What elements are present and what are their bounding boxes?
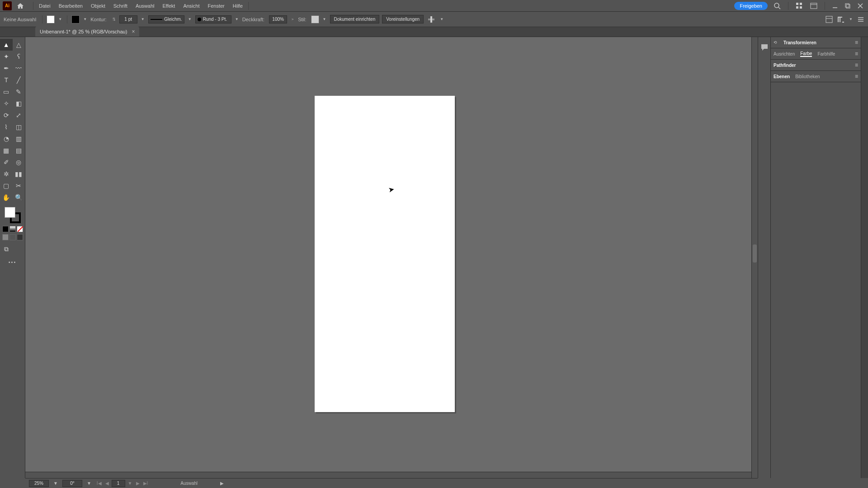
slice-tool[interactable]: ✂: [13, 180, 25, 192]
menu-objekt[interactable]: Objekt: [87, 0, 109, 12]
eyedropper-tool[interactable]: ✐: [0, 156, 13, 168]
window-minimize[interactable]: [831, 2, 839, 10]
gradient-tool[interactable]: ▤: [13, 145, 25, 156]
edit-toolbar-button[interactable]: •••: [9, 259, 17, 265]
magic-wand-tool[interactable]: ✦: [0, 51, 13, 62]
align-to-dropdown[interactable]: ▼: [439, 15, 444, 23]
zoom-dropdown[interactable]: ▼: [53, 481, 58, 486]
panel-menu-button[interactable]: [857, 16, 864, 23]
screen-mode-full[interactable]: [9, 234, 16, 240]
fill-dropdown[interactable]: ▼: [57, 15, 63, 23]
artboard-next[interactable]: ▶: [135, 481, 141, 486]
fill-color-box[interactable]: [5, 207, 15, 218]
menu-datei[interactable]: Datei: [35, 0, 55, 12]
menu-ansicht[interactable]: Ansicht: [179, 0, 203, 12]
menu-fenster[interactable]: Fenster: [203, 0, 228, 12]
search-button[interactable]: [772, 1, 782, 11]
workspace-switcher[interactable]: [794, 1, 804, 11]
lasso-tool[interactable]: ʕ: [13, 51, 25, 62]
comments-panel-icon[interactable]: [760, 43, 769, 52]
artboard-tool[interactable]: ▢: [0, 180, 13, 192]
brush-definition[interactable]: Rund - 3 Pt.: [195, 15, 231, 23]
zoom-tool[interactable]: 🔍: [13, 192, 25, 203]
color-mode-gradient[interactable]: [9, 226, 16, 232]
home-button[interactable]: [15, 1, 25, 11]
menu-auswahl[interactable]: Auswahl: [132, 0, 159, 12]
vertical-scrollbar[interactable]: [751, 37, 758, 478]
selection-tool[interactable]: ▲: [0, 39, 13, 51]
scale-tool[interactable]: ⤢: [13, 109, 25, 121]
screen-mode-present[interactable]: [17, 234, 23, 240]
document-setup-button[interactable]: Dokument einrichten: [330, 15, 380, 23]
artboard[interactable]: [315, 96, 455, 412]
rotate-tool[interactable]: ⟳: [0, 109, 13, 121]
panel-tab-libraries[interactable]: Bibliotheken: [795, 74, 820, 79]
stroke-weight-stepper[interactable]: ⮁: [111, 15, 117, 23]
column-graph-tool[interactable]: ▮▮: [13, 168, 25, 180]
style-dropdown[interactable]: ▼: [322, 15, 327, 23]
fill-swatch[interactable]: [47, 15, 55, 23]
stroke-dropdown[interactable]: ▼: [82, 15, 88, 23]
free-transform-tool[interactable]: ◫: [13, 121, 25, 133]
artboard-prev[interactable]: ◀: [104, 481, 110, 486]
panel-menu[interactable]: ≡: [855, 39, 858, 46]
link-icon[interactable]: ⟲: [774, 40, 777, 45]
symbol-sprayer-tool[interactable]: ✲: [0, 168, 13, 180]
stroke-profile-uniform[interactable]: Gleichm.: [148, 15, 184, 23]
menu-bearbeiten[interactable]: Bearbeiten: [55, 0, 87, 12]
essentials-icon[interactable]: [826, 16, 833, 23]
line-tool[interactable]: ╱: [13, 74, 25, 86]
change-screen-mode[interactable]: ⧉: [0, 243, 13, 255]
style-swatch[interactable]: [311, 15, 319, 23]
width-tool[interactable]: ⌇: [0, 121, 13, 133]
stroke-weight-input[interactable]: [119, 15, 137, 23]
curvature-tool[interactable]: 〰: [13, 62, 25, 74]
perspective-tool[interactable]: ▥: [13, 133, 25, 145]
hand-tool[interactable]: ✋: [0, 192, 13, 203]
canvas[interactable]: ➤: [25, 37, 758, 478]
artboard-last[interactable]: ▶I: [142, 481, 149, 486]
panel-tab-pathfinder[interactable]: Pathfinder: [774, 63, 796, 68]
paintbrush-tool[interactable]: ✎: [13, 86, 25, 98]
horizontal-scrollbar[interactable]: [25, 472, 751, 478]
window-maximize[interactable]: [844, 2, 852, 10]
artboard-number-input[interactable]: [112, 480, 125, 487]
isolation-button[interactable]: [836, 16, 844, 23]
rotation-input[interactable]: [62, 480, 82, 487]
panel-tab-align[interactable]: Ausrichten: [774, 52, 795, 56]
panel-tab-color[interactable]: Farbe: [800, 51, 812, 57]
color-mode-solid[interactable]: [2, 226, 9, 232]
collapse-strip[interactable]: [861, 37, 868, 478]
menu-hilfe[interactable]: Hilfe: [229, 0, 247, 12]
zoom-level-input[interactable]: [29, 480, 49, 487]
shape-builder-tool[interactable]: ◔: [0, 133, 13, 145]
share-button[interactable]: Freigeben: [734, 2, 768, 10]
document-tab[interactable]: Unbenannt-1* @ 25 % (RGB/Vorschau) ×: [35, 27, 139, 37]
para-dropdown[interactable]: ▼: [848, 15, 854, 23]
mesh-tool[interactable]: ▦: [0, 145, 13, 156]
stroke-swatch[interactable]: [71, 15, 80, 23]
rectangle-tool[interactable]: ▭: [0, 86, 13, 98]
window-close[interactable]: [856, 2, 864, 10]
direct-selection-tool[interactable]: △: [13, 39, 25, 51]
blend-tool[interactable]: ◎: [13, 156, 25, 168]
panel-menu[interactable]: ≡: [855, 51, 858, 57]
vertical-scrollbar-thumb[interactable]: [753, 244, 757, 263]
menu-effekt[interactable]: Effekt: [158, 0, 179, 12]
stroke-profile-uniform-dropdown[interactable]: ▼: [187, 15, 193, 23]
document-tab-close[interactable]: ×: [132, 28, 135, 35]
panel-menu[interactable]: ≡: [855, 62, 858, 68]
preferences-button[interactable]: Voreinstellungen: [382, 15, 424, 23]
opacity-dropdown[interactable]: >: [290, 15, 295, 23]
artboard-dropdown[interactable]: ▼: [127, 481, 133, 486]
stroke-weight-dropdown[interactable]: ▼: [140, 15, 146, 23]
screen-mode-normal[interactable]: [2, 234, 9, 240]
arrange-documents[interactable]: [809, 1, 819, 11]
artboard-first[interactable]: I◀: [96, 481, 103, 486]
menu-schrift[interactable]: Schrift: [109, 0, 132, 12]
pen-tool[interactable]: ✒: [0, 62, 13, 74]
status-menu[interactable]: ▶: [220, 481, 224, 486]
panel-tab-layers[interactable]: Ebenen: [774, 74, 790, 79]
rotation-dropdown[interactable]: ▼: [87, 481, 91, 486]
type-tool[interactable]: T: [0, 74, 13, 86]
